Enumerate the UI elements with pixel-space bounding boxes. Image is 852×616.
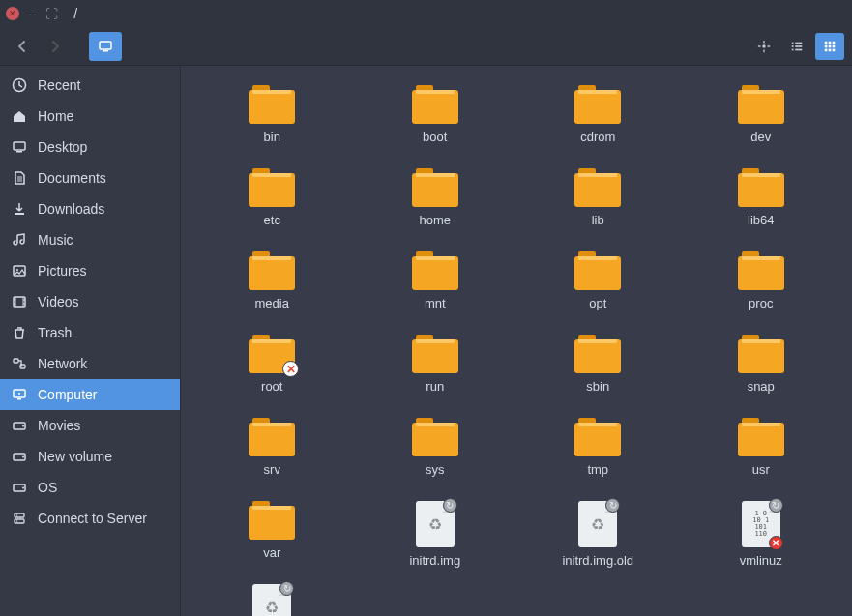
folder-item[interactable]: media bbox=[197, 251, 346, 335]
file-item[interactable]: ♻initrd.img.old bbox=[523, 501, 672, 584]
item-label: etc bbox=[264, 213, 280, 227]
folder-icon bbox=[574, 168, 621, 207]
sidebar-item-connect[interactable]: Connect to Server bbox=[0, 503, 180, 534]
folder-item[interactable]: run bbox=[361, 335, 510, 418]
sidebar-item-label: Connect to Server bbox=[38, 511, 147, 526]
item-label: run bbox=[426, 379, 444, 394]
folder-icon: ✕ bbox=[249, 335, 295, 373]
item-label: tmp bbox=[587, 462, 608, 477]
folder-item[interactable]: dev bbox=[687, 85, 836, 168]
item-label: initrd.img bbox=[409, 553, 460, 568]
folder-icon bbox=[249, 168, 295, 207]
file-icon: ♻ bbox=[252, 584, 291, 616]
desktop-icon bbox=[12, 139, 27, 155]
folder-item[interactable]: opt bbox=[523, 251, 672, 335]
svg-rect-9 bbox=[825, 41, 828, 44]
sidebar-item-label: OS bbox=[38, 480, 57, 495]
file-item[interactable]: 1 0 10 1 101 110vmlinuz bbox=[687, 501, 836, 584]
noaccess-emblem-icon bbox=[769, 536, 783, 550]
folder-item[interactable]: boot bbox=[361, 85, 510, 168]
sidebar-item-label: Home bbox=[38, 108, 73, 124]
folder-icon bbox=[249, 251, 295, 290]
folder-item[interactable]: sys bbox=[361, 418, 510, 501]
item-label: initrd.img.old bbox=[562, 553, 633, 568]
sidebar-item-label: Recent bbox=[38, 77, 80, 93]
sidebar-item-os[interactable]: OS bbox=[0, 472, 180, 503]
folder-icon bbox=[249, 501, 295, 540]
folder-item[interactable]: sbin bbox=[523, 335, 672, 418]
folder-item[interactable]: lib64 bbox=[687, 168, 836, 251]
svg-rect-5 bbox=[792, 45, 794, 47]
sidebar-item-home[interactable]: Home bbox=[0, 101, 180, 132]
item-label: home bbox=[419, 213, 451, 227]
sidebar-item-movies[interactable]: Movies bbox=[0, 410, 180, 441]
svg-rect-15 bbox=[825, 48, 828, 51]
item-label: cdrom bbox=[580, 130, 615, 144]
drive-icon bbox=[12, 449, 27, 464]
item-label: boot bbox=[423, 130, 447, 144]
sidebar-item-trash[interactable]: Trash bbox=[0, 317, 180, 348]
sidebar-item-newvolume[interactable]: New volume bbox=[0, 441, 180, 472]
list-view-button[interactable] bbox=[782, 33, 811, 60]
item-label: lib64 bbox=[748, 213, 774, 227]
network-icon bbox=[12, 356, 27, 371]
sidebar-item-recent[interactable]: Recent bbox=[0, 70, 180, 101]
svg-rect-13 bbox=[829, 44, 832, 47]
item-label: bin bbox=[264, 130, 280, 144]
item-label: media bbox=[255, 296, 289, 310]
folder-icon bbox=[738, 251, 784, 290]
symlink-emblem-icon bbox=[769, 498, 783, 513]
noaccess-emblem-icon: ✕ bbox=[282, 361, 299, 377]
file-item[interactable]: ♻vmlinuz.old bbox=[197, 584, 346, 616]
home-icon bbox=[12, 108, 27, 124]
folder-item[interactable]: cdrom bbox=[523, 85, 672, 168]
forward-button[interactable] bbox=[41, 32, 70, 61]
folder-icon bbox=[412, 251, 458, 290]
computer-icon bbox=[12, 387, 27, 402]
sidebar-item-label: Computer bbox=[38, 387, 97, 402]
sidebar-item-downloads[interactable]: Downloads bbox=[0, 193, 180, 224]
folder-item[interactable]: mnt bbox=[361, 251, 510, 335]
sidebar-item-desktop[interactable]: Desktop bbox=[0, 132, 180, 162]
location-computer-button[interactable] bbox=[89, 32, 122, 61]
symlink-emblem-icon bbox=[279, 581, 294, 596]
folder-item[interactable]: proc bbox=[687, 251, 836, 335]
folder-item[interactable]: bin bbox=[197, 85, 346, 168]
download-icon bbox=[12, 201, 27, 217]
folder-item[interactable]: usr bbox=[687, 418, 836, 501]
svg-rect-10 bbox=[829, 41, 832, 44]
sidebar-item-videos[interactable]: Videos bbox=[0, 286, 180, 317]
folder-icon bbox=[412, 85, 458, 124]
sidebar-item-pictures[interactable]: Pictures bbox=[0, 255, 180, 286]
sidebar-item-label: Network bbox=[38, 356, 87, 371]
sidebar-item-documents[interactable]: Documents bbox=[0, 162, 180, 193]
folder-item[interactable]: srv bbox=[197, 418, 346, 501]
item-label: usr bbox=[752, 462, 770, 477]
maximize-button[interactable]: ⛶ bbox=[45, 7, 58, 21]
folder-item[interactable]: snap bbox=[687, 335, 836, 418]
back-button[interactable] bbox=[8, 32, 37, 61]
folder-item[interactable]: ✕root bbox=[197, 335, 346, 418]
svg-rect-11 bbox=[833, 41, 836, 44]
sidebar: RecentHomeDesktopDocumentsDownloadsMusic… bbox=[0, 66, 181, 616]
folder-item[interactable]: tmp bbox=[523, 418, 672, 501]
folder-item[interactable]: home bbox=[361, 168, 510, 251]
video-icon bbox=[12, 294, 27, 309]
sidebar-item-computer[interactable]: Computer bbox=[0, 379, 180, 410]
svg-rect-0 bbox=[100, 42, 111, 49]
drive-icon bbox=[12, 480, 27, 495]
file-item[interactable]: ♻initrd.img bbox=[361, 501, 510, 584]
folder-item[interactable]: var bbox=[197, 501, 346, 584]
icon-view-button[interactable] bbox=[815, 33, 844, 60]
item-label: mnt bbox=[425, 296, 446, 310]
close-button[interactable]: ✕ bbox=[6, 7, 19, 20]
minimize-button[interactable]: – bbox=[29, 7, 36, 21]
sidebar-item-network[interactable]: Network bbox=[0, 348, 180, 379]
folder-item[interactable]: etc bbox=[197, 168, 346, 251]
folder-item[interactable]: lib bbox=[523, 168, 672, 251]
sidebar-item-music[interactable]: Music bbox=[0, 224, 180, 255]
server-icon bbox=[12, 511, 27, 526]
item-label: snap bbox=[748, 379, 775, 394]
focus-location-button[interactable] bbox=[749, 33, 779, 60]
item-label: dev bbox=[750, 130, 771, 144]
